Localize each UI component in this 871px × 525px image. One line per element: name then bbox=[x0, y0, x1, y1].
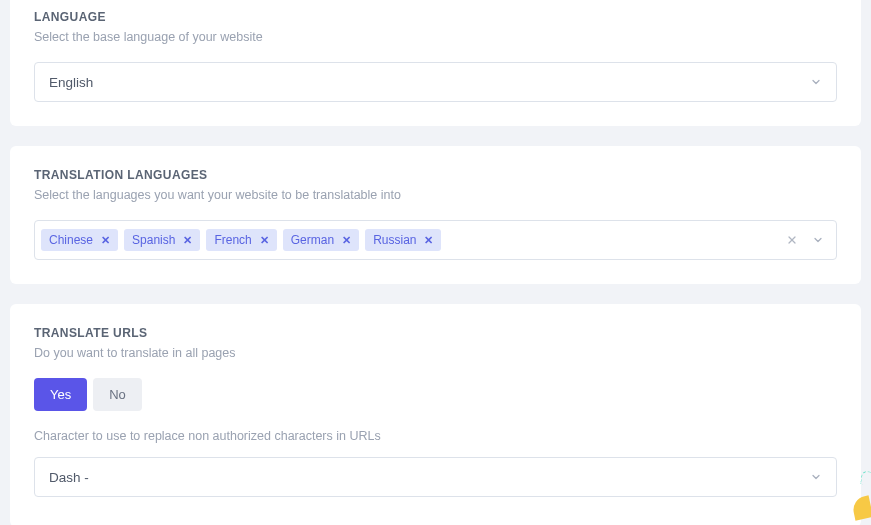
tag-remove-icon[interactable]: ✕ bbox=[101, 234, 110, 247]
tag-label: German bbox=[291, 233, 334, 247]
no-button[interactable]: No bbox=[93, 378, 142, 411]
language-tag: German ✕ bbox=[283, 229, 359, 251]
language-tag: Russian ✕ bbox=[365, 229, 441, 251]
translate-urls-desc: Do you want to translate in all pages bbox=[34, 346, 837, 360]
chevron-down-icon bbox=[810, 76, 822, 88]
url-char-select[interactable]: Dash - bbox=[34, 457, 837, 497]
language-selected-value: English bbox=[49, 75, 93, 90]
url-char-desc: Character to use to replace non authoriz… bbox=[34, 429, 837, 443]
language-desc: Select the base language of your website bbox=[34, 30, 837, 44]
tag-label: Spanish bbox=[132, 233, 175, 247]
chevron-down-icon bbox=[810, 471, 822, 483]
translate-urls-section: TRANSLATE URLS Do you want to translate … bbox=[10, 304, 861, 525]
decorative-accent-icon bbox=[860, 470, 871, 485]
chevron-down-icon bbox=[812, 234, 824, 246]
language-tag: Spanish ✕ bbox=[124, 229, 200, 251]
url-char-selected-value: Dash - bbox=[49, 470, 89, 485]
translation-title: TRANSLATION LANGUAGES bbox=[34, 168, 837, 182]
translate-urls-title: TRANSLATE URLS bbox=[34, 326, 837, 340]
tag-remove-icon[interactable]: ✕ bbox=[183, 234, 192, 247]
tag-label: French bbox=[214, 233, 251, 247]
language-select[interactable]: English bbox=[34, 62, 837, 102]
language-tag: French ✕ bbox=[206, 229, 276, 251]
language-tag: Chinese ✕ bbox=[41, 229, 118, 251]
tag-remove-icon[interactable]: ✕ bbox=[424, 234, 433, 247]
translation-languages-section: TRANSLATION LANGUAGES Select the languag… bbox=[10, 146, 861, 284]
translate-urls-toggle: Yes No bbox=[34, 378, 142, 411]
tag-remove-icon[interactable]: ✕ bbox=[342, 234, 351, 247]
tag-label: Chinese bbox=[49, 233, 93, 247]
yes-button[interactable]: Yes bbox=[34, 378, 87, 411]
translation-desc: Select the languages you want your websi… bbox=[34, 188, 837, 202]
language-section: LANGUAGE Select the base language of you… bbox=[10, 0, 861, 126]
tag-label: Russian bbox=[373, 233, 416, 247]
language-title: LANGUAGE bbox=[34, 10, 837, 24]
clear-all-icon[interactable] bbox=[786, 234, 798, 246]
translation-languages-select[interactable]: Chinese ✕ Spanish ✕ French ✕ German ✕ Ru… bbox=[34, 220, 837, 260]
tag-remove-icon[interactable]: ✕ bbox=[260, 234, 269, 247]
